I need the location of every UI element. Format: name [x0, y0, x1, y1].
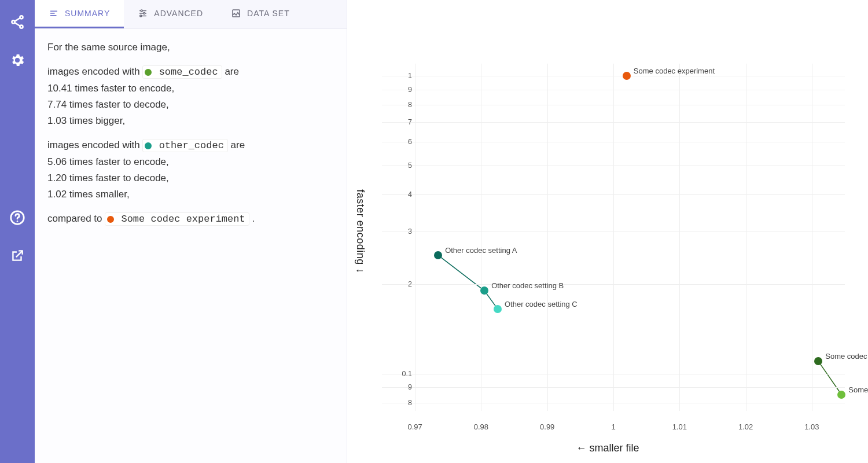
x-tick: 0.97 [407, 422, 422, 431]
tab-label: SUMMARY [65, 9, 110, 18]
data-point-label: Other codec setting C [505, 300, 578, 308]
tab-label: ADVANCED [154, 9, 203, 18]
y-tick: 0.1 [389, 370, 412, 378]
x-tick: 1 [611, 422, 615, 431]
x-tick: 1.01 [672, 422, 687, 431]
codec-dot [107, 216, 114, 223]
y-tick: 2 [389, 280, 412, 288]
data-point-label: Some [848, 385, 868, 394]
svg-point-2 [20, 25, 23, 28]
tab-advanced[interactable]: ADVANCED [124, 0, 217, 28]
gear-icon[interactable] [7, 50, 28, 71]
notes-icon [49, 8, 59, 19]
y-tick: 8 [389, 399, 412, 407]
svg-point-6 [17, 221, 19, 222]
y-tick: 7 [389, 118, 412, 126]
y-axis-label: faster encoding ↓ [354, 189, 366, 274]
data-point[interactable] [434, 251, 442, 259]
y-tick: 3 [389, 227, 412, 236]
svg-line-19 [818, 361, 841, 395]
data-point-label: Other codec setting B [491, 281, 564, 290]
svg-line-4 [14, 23, 20, 26]
svg-line-3 [14, 18, 20, 21]
tab-dataset[interactable]: DATA SET [217, 0, 304, 28]
y-tick: 9 [389, 383, 412, 391]
svg-point-1 [12, 20, 14, 23]
y-tick: 1 [389, 72, 412, 80]
x-tick: 1.02 [738, 422, 753, 431]
summary-content: For the same source image, images encode… [35, 29, 347, 246]
data-point[interactable] [623, 72, 631, 80]
y-tick: 9 [389, 86, 412, 94]
data-point-label: Some codec experiment [634, 67, 715, 75]
summary-intro: For the same source image, [47, 39, 334, 56]
open-external-icon[interactable] [7, 245, 28, 266]
help-icon[interactable] [7, 207, 28, 228]
codec-dot [145, 69, 152, 76]
tab-label: DATA SET [247, 9, 290, 18]
codec-dot [145, 142, 152, 149]
summary-codec-b: images encoded with other_codec are 5.06… [47, 137, 334, 203]
share-icon[interactable] [7, 12, 28, 32]
x-axis-label: ← smaller file [576, 442, 639, 454]
x-tick: 1.03 [804, 422, 819, 431]
tabs: SUMMARY ADVANCED DATA SET [35, 0, 347, 29]
data-point-label: Other codec setting A [445, 246, 517, 255]
tab-summary[interactable]: SUMMARY [35, 0, 124, 28]
data-point[interactable] [837, 391, 845, 399]
data-point[interactable] [480, 286, 488, 295]
y-tick: 6 [389, 138, 412, 146]
y-tick: 5 [389, 161, 412, 170]
left-panel: SUMMARY ADVANCED DATA SET For the same s… [35, 0, 347, 463]
data-point[interactable] [814, 357, 822, 365]
x-tick: 0.98 [474, 422, 488, 431]
chart-area[interactable]: faster encoding ↓ ← smaller file 0.970.9… [347, 0, 868, 463]
y-tick: 4 [389, 190, 412, 199]
svg-point-13 [144, 13, 145, 14]
tune-icon [138, 8, 148, 19]
summary-codec-a: images encoded with some_codec are 10.41… [47, 64, 334, 129]
image-icon [231, 8, 241, 19]
svg-point-0 [20, 16, 23, 19]
x-tick: 0.99 [540, 422, 554, 431]
summary-baseline: compared to Some codec experiment . [47, 211, 334, 227]
data-point[interactable] [494, 305, 502, 313]
data-point-label: Some codec [825, 352, 867, 361]
svg-point-11 [141, 10, 143, 12]
sidebar [0, 0, 35, 463]
svg-point-15 [140, 15, 142, 17]
y-tick: 8 [389, 101, 412, 109]
svg-line-17 [438, 255, 484, 291]
plot: 0.970.980.9911.011.021.030.119876543298S… [382, 64, 845, 411]
